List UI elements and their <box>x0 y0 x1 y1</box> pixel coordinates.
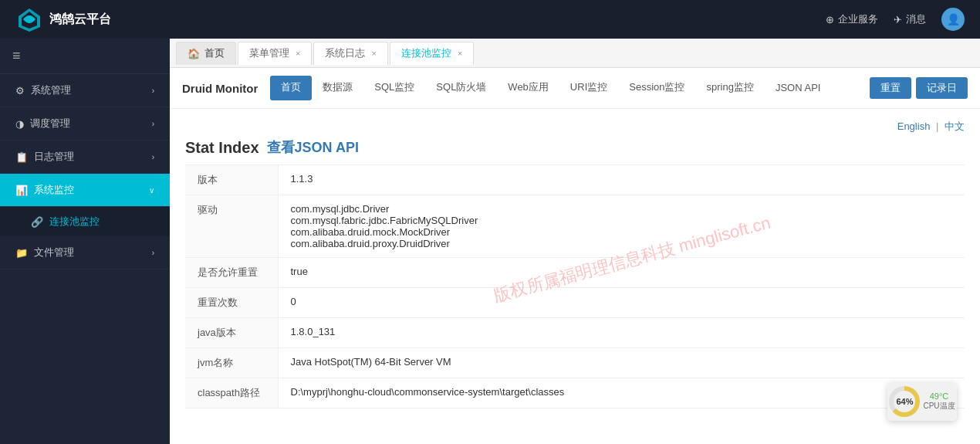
table-value: 1.1.3 <box>278 165 965 195</box>
cpu-circle: 64% <box>889 386 920 417</box>
druid-nav-datasource[interactable]: 数据源 <box>312 76 363 100</box>
tab-home[interactable]: 🏠 首页 <box>176 42 236 65</box>
inner-content: Druid Monitor 首页 数据源 SQL监控 SQL防火墙 Web应用 … <box>170 68 980 444</box>
druid-nav-session[interactable]: Session监控 <box>618 76 695 100</box>
arrow-icon: › <box>152 249 154 257</box>
table-row: 驱动 com.mysql.jdbc.Driver com.mysql.fabri… <box>185 195 965 258</box>
tab-connection-pool[interactable]: 连接池监控 × <box>390 42 474 65</box>
table-key: java版本 <box>185 318 278 348</box>
arrow-icon: › <box>152 86 154 95</box>
sidebar-subitem-connection-pool[interactable]: 🔗 连接池监控 <box>0 207 170 236</box>
schedule-icon: ◑ <box>15 118 24 130</box>
arrow-down-icon: ∨ <box>149 186 154 195</box>
table-row: java版本 1.8.0_131 <box>185 318 965 348</box>
tab-close-icon[interactable]: × <box>458 49 462 58</box>
druid-title: Druid Monitor <box>182 82 258 95</box>
druid-nav: 首页 数据源 SQL监控 SQL防火墙 Web应用 URI监控 Session监… <box>270 76 870 100</box>
tab-bar: 🏠 首页 菜单管理 × 系统日志 × 连接池监控 × <box>170 39 980 68</box>
record-button[interactable]: 记录日 <box>916 77 968 99</box>
table-key: 驱动 <box>185 195 278 258</box>
home-icon: 🏠 <box>188 48 200 59</box>
stat-index-title: Stat Index 查看JSON API <box>185 138 965 157</box>
sidebar-collapse-btn[interactable]: ≡ <box>0 39 170 74</box>
druid-nav-sql-monitor[interactable]: SQL监控 <box>363 76 425 100</box>
table-value: D:\myprj\honghu-cloud\commonservice-syst… <box>278 378 965 408</box>
table-row: classpath路径 D:\myprj\honghu-cloud\common… <box>185 378 965 408</box>
druid-nav-spring[interactable]: spring监控 <box>696 76 765 100</box>
monitor-icon: 📊 <box>15 185 28 196</box>
sidebar: ≡ ⚙ 系统管理 › ◑ 调度管理 › 📋 日志管理 › 📊 系统监控 ∨ 🔗 … <box>0 39 170 444</box>
enterprise-service-btn[interactable]: ⊕ 企业服务 <box>826 12 878 26</box>
main-layout: ≡ ⚙ 系统管理 › ◑ 调度管理 › 📋 日志管理 › 📊 系统监控 ∨ 🔗 … <box>0 39 980 444</box>
druid-nav-sql-firewall[interactable]: SQL防火墙 <box>425 76 497 100</box>
json-api-link[interactable]: 查看JSON API <box>267 138 359 157</box>
arrow-icon: › <box>152 153 154 161</box>
stat-index-section: 版权所属福明理信息科技 minglisoft.cn English | 中文 S… <box>170 109 980 415</box>
table-key: 版本 <box>185 165 278 195</box>
top-header: 鸿鹄云平台 ⊕ 企业服务 ✈ 消息 👤 <box>0 0 980 39</box>
lang-english-link[interactable]: English <box>897 120 931 132</box>
table-value: com.mysql.jdbc.Driver com.mysql.fabric.j… <box>278 195 965 258</box>
table-value: Java HotSpot(TM) 64-Bit Server VM <box>278 348 965 378</box>
table-value: 1.8.0_131 <box>278 318 965 348</box>
log-icon: 📋 <box>15 151 28 163</box>
logo-text: 鸿鹄云平台 <box>49 12 111 28</box>
table-row: 是否允许重置 true <box>185 258 965 288</box>
lang-separator: | <box>936 120 938 132</box>
tab-close-icon[interactable]: × <box>296 49 300 58</box>
stat-index-heading: Stat Index <box>185 139 259 157</box>
druid-nav-uri[interactable]: URI监控 <box>559 76 618 100</box>
stat-data-table: 版本 1.1.3 驱动 com.mysql.jdbc.Driver com.my… <box>185 164 965 408</box>
table-value: 0 <box>278 288 965 318</box>
table-key: classpath路径 <box>185 378 278 408</box>
table-value: true <box>278 258 965 288</box>
tab-menu-mgmt[interactable]: 菜单管理 × <box>238 42 312 65</box>
cpu-row: 64% 49°C CPU温度 <box>889 386 955 417</box>
cpu-temp: 49°C <box>930 391 949 401</box>
sidebar-item-schedule-mgmt[interactable]: ◑ 调度管理 › <box>0 107 170 141</box>
druid-nav-json-api[interactable]: JSON API <box>765 77 832 100</box>
logo-area: 鸿鹄云平台 <box>15 5 111 33</box>
druid-nav-web-app[interactable]: Web应用 <box>497 76 559 100</box>
cpu-percent: 64% <box>894 391 915 412</box>
lang-links: English | 中文 <box>185 120 965 134</box>
content-area: 🏠 首页 菜单管理 × 系统日志 × 连接池监控 × Druid Monitor <box>170 39 980 444</box>
system-mgmt-icon: ⚙ <box>15 85 25 97</box>
arrow-icon: › <box>152 120 154 128</box>
cpu-widget: 64% 49°C CPU温度 <box>887 382 957 421</box>
avatar[interactable]: 👤 <box>941 8 965 31</box>
table-row: 版本 1.1.3 <box>185 165 965 195</box>
table-row: 重置次数 0 <box>185 288 965 318</box>
enterprise-icon: ⊕ <box>826 14 834 25</box>
druid-actions: 重置 记录日 <box>870 77 968 99</box>
table-row: jvm名称 Java HotSpot(TM) 64-Bit Server VM <box>185 348 965 378</box>
file-icon: 📁 <box>15 247 28 259</box>
tab-close-icon[interactable]: × <box>371 49 376 58</box>
druid-wrapper: Druid Monitor 首页 数据源 SQL监控 SQL防火墙 Web应用 … <box>170 68 980 444</box>
logo-icon <box>15 5 43 33</box>
connection-pool-icon: 🔗 <box>31 216 43 228</box>
sidebar-item-file-mgmt[interactable]: 📁 文件管理 › <box>0 236 170 269</box>
druid-nav-home[interactable]: 首页 <box>270 76 312 100</box>
table-key: 重置次数 <box>185 288 278 318</box>
table-key: 是否允许重置 <box>185 258 278 288</box>
messages-btn[interactable]: ✈ 消息 <box>894 12 926 26</box>
sidebar-item-log-mgmt[interactable]: 📋 日志管理 › <box>0 141 170 174</box>
tab-system-log[interactable]: 系统日志 × <box>313 42 387 65</box>
druid-header: Druid Monitor 首页 数据源 SQL监控 SQL防火墙 Web应用 … <box>170 68 980 109</box>
header-right: ⊕ 企业服务 ✈ 消息 👤 <box>826 8 965 31</box>
cpu-label: CPU温度 <box>923 401 955 412</box>
lang-chinese-link[interactable]: 中文 <box>945 120 965 132</box>
sidebar-item-system-mgmt[interactable]: ⚙ 系统管理 › <box>0 74 170 107</box>
table-key: jvm名称 <box>185 348 278 378</box>
message-icon: ✈ <box>894 14 902 25</box>
reset-button[interactable]: 重置 <box>870 77 911 99</box>
sidebar-item-system-monitor[interactable]: 📊 系统监控 ∨ <box>0 174 170 207</box>
